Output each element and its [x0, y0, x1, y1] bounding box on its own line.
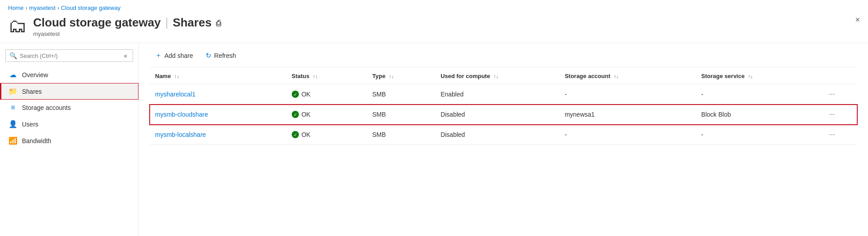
section-name: Shares — [173, 16, 212, 30]
cell-status: ✓ OK — [286, 105, 367, 125]
resource-name: Cloud storage gateway — [33, 16, 161, 30]
overview-icon: ☁ — [9, 70, 17, 79]
bandwidth-icon: 📶 — [9, 136, 17, 145]
cell-account: - — [559, 125, 696, 145]
sort-icon-status: ↑↓ — [313, 74, 318, 79]
sidebar-item-label: Storage accounts — [22, 104, 71, 111]
cell-name: mysharelocal1 — [150, 84, 286, 105]
col-header-type[interactable]: Type ↑↓ — [367, 67, 435, 84]
status-text: OK — [302, 131, 311, 138]
col-header-service[interactable]: Storage service ↑↓ — [696, 67, 820, 84]
breadcrumb-current[interactable]: Cloud storage gateway — [61, 4, 121, 11]
table-row[interactable]: mysmb-localshare ✓ OK SMB Disabled - - ·… — [150, 125, 857, 145]
table-row[interactable]: mysharelocal1 ✓ OK SMB Enabled - - ··· — [150, 84, 857, 105]
cell-service: - — [696, 125, 820, 145]
sidebar-item-overview[interactable]: ☁ Overview — [0, 66, 138, 83]
row-actions-button[interactable]: ··· — [825, 89, 838, 99]
title-separator: | — [165, 16, 168, 30]
sidebar-item-storage-accounts[interactable]: ≡ Storage accounts — [0, 100, 138, 116]
refresh-icon: ↻ — [206, 52, 212, 60]
sidebar-item-bandwidth[interactable]: 📶 Bandwidth — [0, 132, 138, 149]
search-input[interactable] — [20, 52, 109, 59]
table-header-row: Name ↑↓ Status ↑↓ Type ↑↓ Used for com — [150, 67, 857, 84]
col-header-compute[interactable]: Used for compute ↑↓ — [435, 67, 559, 84]
status-ok-icon: ✓ — [292, 131, 299, 138]
breadcrumb-home[interactable]: Home — [8, 4, 24, 11]
cell-actions[interactable]: ··· — [820, 125, 857, 145]
sidebar: 🔍 « ☁ Overview 📁 Shares ≡ Storage accoun… — [0, 43, 139, 236]
storage-accounts-icon: ≡ — [9, 104, 17, 112]
sidebar-item-label: Users — [22, 121, 39, 128]
cell-compute: Enabled — [435, 84, 559, 105]
breadcrumb-sep2: › — [57, 5, 59, 11]
cell-actions[interactable]: ··· — [820, 105, 857, 125]
cell-actions[interactable]: ··· — [820, 84, 857, 105]
breadcrumb-myasetest[interactable]: myasetest — [29, 4, 56, 11]
shares-table: Name ↑↓ Status ↑↓ Type ↑↓ Used for com — [150, 67, 857, 145]
header-title: Cloud storage gateway | Shares ⎙ — [33, 16, 221, 30]
sidebar-item-label: Shares — [22, 88, 42, 95]
sidebar-item-label: Overview — [22, 71, 48, 79]
refresh-button[interactable]: ↻ Refresh — [200, 49, 242, 62]
add-share-button[interactable]: ＋ Add share — [150, 48, 199, 62]
page-wrapper: Home › myasetest › Cloud storage gateway… — [0, 0, 868, 236]
cell-service: - — [696, 84, 820, 105]
sort-icon-account: ↑↓ — [614, 74, 619, 79]
col-header-actions — [820, 67, 857, 84]
cell-account: mynewsa1 — [559, 105, 696, 125]
cell-type: SMB — [367, 84, 435, 105]
status-text: OK — [302, 91, 311, 98]
status-text: OK — [302, 111, 311, 118]
breadcrumb: Home › myasetest › Cloud storage gateway — [0, 0, 868, 14]
sort-icon-name: ↑↓ — [174, 74, 179, 79]
print-icon[interactable]: ⎙ — [216, 19, 221, 28]
main-layout: 🔍 « ☁ Overview 📁 Shares ≡ Storage accoun… — [0, 43, 868, 236]
resource-subtitle: myasetest — [33, 31, 221, 37]
cell-status: ✓ OK — [286, 125, 367, 145]
col-header-status[interactable]: Status ↑↓ — [286, 67, 367, 84]
row-actions-button[interactable]: ··· — [825, 130, 838, 140]
sort-icon-type: ↑↓ — [389, 74, 394, 79]
resource-icon: 🗂 — [8, 17, 27, 35]
sort-icon-compute: ↑↓ — [493, 74, 498, 79]
table-row[interactable]: mysmb-cloudshare ✓ OK SMB Disabled mynew… — [150, 105, 857, 125]
cell-type: SMB — [367, 105, 435, 125]
add-share-label: Add share — [164, 52, 193, 59]
collapse-button[interactable]: « — [122, 52, 129, 59]
cell-service: Block Blob — [696, 105, 820, 125]
header: 🗂 Cloud storage gateway | Shares ⎙ myase… — [0, 14, 868, 43]
sort-icon-service: ↑↓ — [748, 74, 753, 79]
status-ok-icon: ✓ — [292, 111, 299, 118]
cell-compute: Disabled — [435, 125, 559, 145]
cell-account: - — [559, 84, 696, 105]
close-button[interactable]: × — [855, 16, 860, 24]
sidebar-item-users[interactable]: 👤 Users — [0, 116, 138, 132]
sidebar-item-shares[interactable]: 📁 Shares — [0, 83, 138, 100]
sidebar-item-label: Bandwidth — [22, 137, 51, 144]
shares-icon: 📁 — [9, 87, 17, 96]
search-bar[interactable]: 🔍 « — [5, 49, 133, 62]
header-text: Cloud storage gateway | Shares ⎙ myasete… — [33, 16, 221, 37]
content-area: ＋ Add share ↻ Refresh Name ↑↓ — [139, 43, 868, 236]
cell-status: ✓ OK — [286, 84, 367, 105]
cell-name: mysmb-localshare — [150, 125, 286, 145]
refresh-label: Refresh — [214, 52, 236, 59]
cell-name: mysmb-cloudshare — [150, 105, 286, 125]
toolbar: ＋ Add share ↻ Refresh — [150, 43, 857, 67]
col-header-name[interactable]: Name ↑↓ — [150, 67, 286, 84]
breadcrumb-sep1: › — [26, 5, 27, 11]
cell-type: SMB — [367, 125, 435, 145]
row-actions-button[interactable]: ··· — [825, 109, 838, 119]
search-icon: 🔍 — [9, 52, 17, 59]
status-ok-icon: ✓ — [292, 91, 299, 98]
users-icon: 👤 — [9, 120, 17, 128]
cell-compute: Disabled — [435, 105, 559, 125]
add-icon: ＋ — [155, 51, 162, 60]
col-header-account[interactable]: Storage account ↑↓ — [559, 67, 696, 84]
